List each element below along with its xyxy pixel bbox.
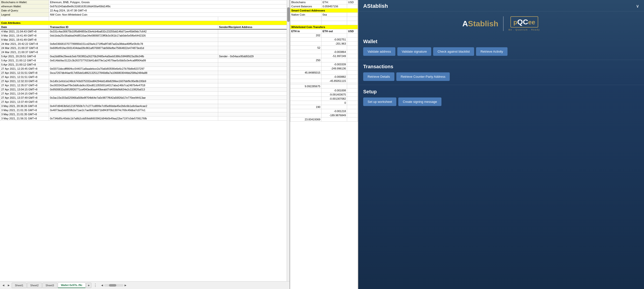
set-up-worksheet-button[interactable]: Set up worksheet [363,98,396,106]
col-date: Date [0,25,49,30]
rp-data-row: -51.997249 [290,54,358,58]
tab-sheet2[interactable]: Sheet2 [27,283,42,288]
tx-id [49,75,218,79]
tx-addr [218,100,289,104]
hscroll-left[interactable]: ◀ [101,284,103,286]
tx-id: 0xc0033426aef78e3ddfcda9cc92ed811055001d… [49,83,218,88]
validate-signature-button[interactable]: Validate signature [397,47,431,56]
tx-addr [218,29,289,34]
table-row: 27 Apr 2021, 13:04:15 GMT+8 0x9500832a30… [0,88,290,92]
rp-data-row: -189.9876849 [290,113,358,118]
tab-arrow-right[interactable]: ▶ [6,283,11,288]
tx-id [49,50,218,54]
retrieve-activity-button[interactable]: Retrieve Activity [476,47,507,56]
logo-a-letter: A [462,19,468,28]
tx-id [49,100,218,104]
tab-arrow-left[interactable]: ◀ [1,283,6,288]
tab-sheet3[interactable]: Sheet3 [42,283,57,288]
current-balances-label: Current Balances [290,4,322,8]
tx-id: 0x331c4ac00675b10f5d84855e33e4cb4ba832c2… [49,29,218,34]
eth-balance: 0.059457156 [322,4,347,8]
sheet-wrapper: Blockchains in Wallet: Ethereum, BNB, Po… [0,0,290,281]
native-coin-addr: 0xa [322,13,347,17]
table-row: 24 Mar 2021, 21:00:37 GMT+8 [0,50,290,54]
tx-date: 5 Apr 2021, 20:29:51 GMT+8 [0,54,49,58]
hscroll-thumb[interactable] [109,284,116,286]
usd-col-label: USD [347,29,358,34]
scroll-thumb[interactable] [287,7,290,22]
table-row: 5 Apr 2021, 21:00:12 GMT+8 0x614bb9ac512… [0,58,290,62]
tx-addr [218,67,289,71]
sidebar-close-button[interactable]: ∨ [636,4,639,9]
table-row: 9 Mar 2021, 19:41:49 GMT+8 0xb1bda25c56a… [0,34,290,38]
tx-addr [218,38,289,42]
setup-section-title: Setup [358,86,644,96]
table-row: 27 Apr 2021, 12:32:33 GMT+8 0x1d0c1efcb1… [0,79,290,83]
native-coin-label: Native Coin [290,13,322,17]
table-row: 4 Mar 2021, 21:04:43 GMT+8 0x331c4ac0067… [0,29,290,34]
tx-date: 5 Apr 2021, 21:00:12 GMT+8 [0,58,49,62]
astablish-logo: AStablish [462,19,498,28]
tab-menu-button[interactable]: ⋮ [92,283,99,288]
rp-data-row: -0.000882 [290,75,358,79]
eth-col-headers: ETH in ETH out USD [290,29,358,34]
pqc-tagline: Be . Quantum . Ready [508,28,540,31]
tx-id [49,112,218,116]
rp-data-row: -0.003339 [290,62,358,66]
main-table: Blockchains in Wallet: Ethereum, BNB, Po… [0,0,290,120]
tx-date: 24 Mar 2021, 21:00:37 GMT+8 [0,46,49,50]
transactions-section: Transactions Retrieve Details Retrieve C… [358,61,644,84]
sidebar: AStablish ∨ AStablish pQCee Be . Quantum… [358,0,644,289]
tx-id: 0x4873aa2eb055fb2a71ae2c7ae8b636071b8f43… [49,108,218,112]
rp-data-row: 9.092285675 [290,84,358,88]
whitelisted-header: Whitelisted Coin Transfers [290,25,358,29]
table-row: 24 Mar 2021, 21:00:37 GMT+8 0x60f0cf01fa… [0,46,290,50]
rp-data-row: -0.001008 [290,88,358,92]
col-txid: Transaction ID [49,25,218,30]
table-row: 3 May 2021, 21:56:31 GMT+8 0x734b85c40dd… [0,116,290,120]
tab-wallet[interactable]: Wallet 0x97b..f9c [58,282,86,288]
right-panel: Blockchains ETH: USD Current Balances 0.… [290,0,358,289]
table-row: 27 Apr 2021, 13:37:49 GMT+8 [0,100,290,104]
logo-area: AStablish pQCee Be . Quantum . Ready [358,12,644,36]
info-row-date: Date of Query: 22 Aug 2024, 16:47:38 GMT… [0,8,290,13]
rp-data-row: -0.001307082 [290,97,358,101]
hscroll-right[interactable]: ▶ [124,284,126,286]
validate-address-button[interactable]: Validate address [363,47,395,56]
vertical-scrollbar[interactable] [287,0,290,281]
check-blacklist-button[interactable]: Check against blacklist [433,47,474,56]
smart-contract-header: Smart Contract Addresses [290,8,358,13]
tx-addr [218,96,289,100]
tx-addr [218,92,289,96]
table-row: 27 Apr 2021, 12:20:45 GMT+8 0xf2071bbcdf… [0,67,290,71]
rp-data-row: -0.003864 [290,50,358,54]
rp-data-row: -249.996136 [290,66,358,71]
eth-label: ETH: [322,0,347,4]
rp-header-row: Blockchains ETH: USD [290,0,358,4]
sheet-table: Blockchains in Wallet: Ethereum, BNB, Po… [0,0,290,120]
tab-sheet1[interactable]: Sheet1 [12,283,26,288]
rp-data-row: -0.001218 [290,109,358,113]
add-sheet-button[interactable]: + [86,283,92,288]
transactions-section-title: Transactions [358,61,644,72]
hscroll-track[interactable] [104,284,124,286]
tx-addr [218,108,289,112]
table-row: 24 Mar 2021, 20:42:22 GMT+8 0x8e03668107… [0,42,290,46]
retrieve-details-button[interactable]: Retrieve Details [363,72,394,81]
table-row: 3 May 2021, 21:01:35 GMT+8 0x4873aa2eb05… [0,108,290,112]
usd-label: USD [347,0,358,4]
retrieve-counter-party-button[interactable]: Retrieve Counter-Party Address [396,72,450,81]
tx-date: 27 Apr 2021, 12:32:33 GMT+8 [0,79,49,83]
tx-date: 27 Apr 2021, 13:37:49 GMT+8 [0,96,49,100]
create-signing-button[interactable]: Create signing message [398,98,441,106]
tx-addr [218,75,289,79]
blockchains-label: Blockchains [290,0,322,4]
rp-data-row: -0.002751 [290,38,358,42]
tx-date: 9 Mar 2021, 19:41:49 GMT+8 [0,38,49,42]
tx-date: 5 Apr 2021, 21:00:12 GMT+8 [0,62,49,67]
whitelisted-header-row: Whitelisted Coin Transfers [290,25,358,29]
sidebar-title: AStablish [363,3,388,9]
rp-data-row: 250 [290,58,358,62]
section-divider-1 [358,60,644,60]
label-date: Date of Query: [0,8,49,13]
